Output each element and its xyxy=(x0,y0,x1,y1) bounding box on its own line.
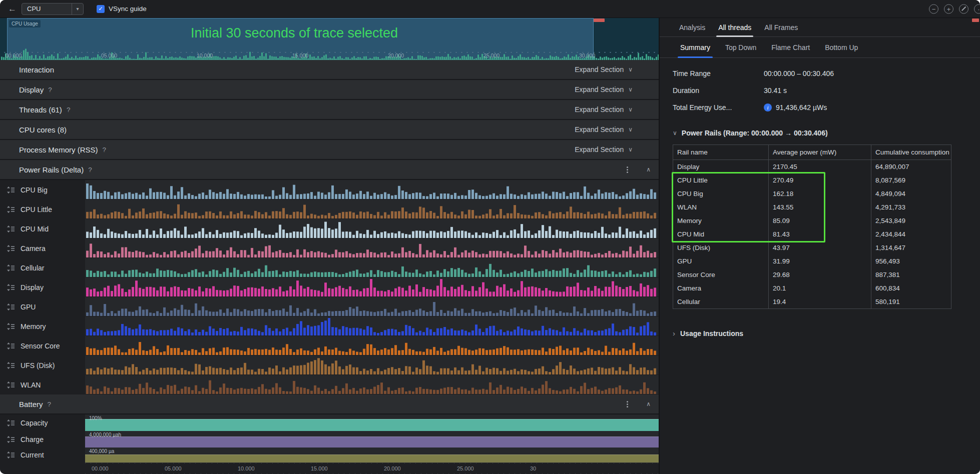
expand-section-label: Expand Section xyxy=(575,66,624,74)
info-icon[interactable]: i xyxy=(764,104,772,112)
section-label: Power Rails (Delta) xyxy=(19,166,84,174)
summary-label: Total Energy Use... xyxy=(673,104,764,112)
section-power-rails-delta[interactable]: Power Rails (Delta) ? ∧ xyxy=(0,160,659,180)
power-rail-track-sensor-core: Sensor Core xyxy=(0,336,659,356)
process-selector-dropdown[interactable]: CPU ▾ xyxy=(22,3,84,15)
column-header-cumulative-consumption[interactable]: Cumulative consumption xyxy=(871,145,951,160)
track-chart[interactable] xyxy=(85,336,659,356)
cell: 4,849,094 xyxy=(871,187,951,200)
cell: UFS (Disk) xyxy=(673,241,768,254)
zoom-out-icon[interactable]: − xyxy=(929,4,938,14)
kebab-menu-icon[interactable] xyxy=(627,169,628,170)
track-label-cell[interactable]: Capacity xyxy=(0,414,85,431)
track-chart[interactable] xyxy=(85,200,659,219)
track-chart[interactable] xyxy=(85,375,659,394)
track-label-cell[interactable]: CPU Big xyxy=(0,180,85,200)
help-icon[interactable]: ? xyxy=(48,400,52,408)
track-name: Capacity xyxy=(21,419,48,427)
checkbox-checked-icon[interactable]: ✓ xyxy=(97,5,105,13)
section-label: Process Memory (RSS) xyxy=(19,146,98,154)
section-battery[interactable]: Battery ? ∧ xyxy=(0,394,659,414)
tab-analysis[interactable]: Analysis xyxy=(673,18,712,36)
section-process-memory-rss[interactable]: Process Memory (RSS) ? Expand Section ∨ xyxy=(0,140,659,160)
rail-row-sensor-core[interactable]: Sensor Core29.68887,381 xyxy=(673,268,951,282)
track-label-cell[interactable]: CPU Mid xyxy=(0,219,85,238)
track-label-cell[interactable]: Charge xyxy=(0,431,85,448)
track-label-cell[interactable]: WLAN xyxy=(0,375,85,394)
expand-section-button[interactable]: Expand Section ∨ xyxy=(575,126,633,134)
expand-section-button[interactable]: Expand Section ∨ xyxy=(575,106,633,114)
vsync-guide-toggle[interactable]: ✓ VSync guide xyxy=(97,5,147,13)
track-chart[interactable]: 4,000,000 µah xyxy=(85,431,659,448)
subtab-flame-chart[interactable]: Flame Chart xyxy=(764,37,817,58)
cell: Display xyxy=(673,160,768,174)
cell: 31.99 xyxy=(768,254,871,268)
subtab-bottom-up[interactable]: Bottom Up xyxy=(817,37,865,58)
track-label-cell[interactable]: CPU Little xyxy=(0,200,85,219)
rail-row-cellular[interactable]: Cellular19.4580,191 xyxy=(673,295,951,308)
tab-all-frames[interactable]: All Frames xyxy=(758,18,804,36)
frame-selection-icon[interactable]: · xyxy=(974,4,980,14)
section-cpu-cores-8[interactable]: CPU cores (8) ? Expand Section ∨ xyxy=(0,120,659,140)
section-interaction[interactable]: Interaction ? Expand Section ∨ xyxy=(0,60,659,80)
track-chart[interactable] xyxy=(85,356,659,375)
subtab-summary[interactable]: Summary xyxy=(673,37,718,58)
zoom-reset-icon[interactable] xyxy=(959,4,968,14)
rail-row-cpu-little[interactable]: CPU Little270.498,087,569 xyxy=(673,174,951,187)
rail-row-cpu-mid[interactable]: CPU Mid81.432,434,844 xyxy=(673,228,951,241)
help-icon[interactable]: ? xyxy=(103,146,107,154)
back-arrow-icon[interactable]: ← xyxy=(8,4,17,14)
rail-row-display[interactable]: Display2170.4564,890,007 xyxy=(673,160,951,174)
help-icon[interactable]: ? xyxy=(67,106,71,114)
track-label-cell[interactable]: GPU xyxy=(0,297,85,316)
track-chart[interactable]: 400,000 µa xyxy=(85,448,659,462)
cell: GPU xyxy=(673,254,768,268)
chevron-up-icon[interactable]: ∧ xyxy=(646,166,651,173)
subtab-top-down[interactable]: Top Down xyxy=(718,37,764,58)
track-chart[interactable] xyxy=(85,316,659,336)
track-chart[interactable] xyxy=(85,238,659,258)
track-chart[interactable]: 100% xyxy=(85,414,659,431)
help-icon[interactable]: ? xyxy=(88,166,92,174)
track-label-cell[interactable]: Memory xyxy=(0,316,85,336)
usage-instructions-link[interactable]: › Usage Instructions xyxy=(673,329,980,338)
section-threads-61[interactable]: Threads (61) ? Expand Section ∨ xyxy=(0,100,659,120)
expand-section-button[interactable]: Expand Section ∨ xyxy=(575,146,633,154)
column-header-rail-name[interactable]: Rail name xyxy=(673,145,768,160)
rail-row-wlan[interactable]: WLAN143.554,291,733 xyxy=(673,200,951,214)
help-icon[interactable]: ? xyxy=(48,86,52,94)
track-label-cell[interactable]: Cellular xyxy=(0,258,85,278)
cpu-usage-track[interactable]: CPU Usage Initial 30 seconds of trace se… xyxy=(0,18,659,60)
track-chart[interactable] xyxy=(85,278,659,297)
expand-section-button[interactable]: Expand Section ∨ xyxy=(575,86,633,94)
power-rails-range-header[interactable]: ∨ Power Rails (Range: 00:00.000 → 00:30.… xyxy=(673,129,980,137)
section-display[interactable]: Display ? Expand Section ∨ xyxy=(0,80,659,100)
cell: 81.43 xyxy=(768,228,871,241)
rail-row-gpu[interactable]: GPU31.99956,493 xyxy=(673,254,951,268)
track-chart[interactable] xyxy=(85,180,659,200)
track-handle-icon xyxy=(7,304,15,310)
track-handle-icon xyxy=(7,206,15,213)
track-label-cell[interactable]: Camera xyxy=(0,238,85,258)
track-chart[interactable] xyxy=(85,219,659,238)
track-chart[interactable] xyxy=(85,297,659,316)
track-label-cell[interactable]: UFS (Disk) xyxy=(0,356,85,375)
rail-row-cpu-big[interactable]: CPU Big162.184,849,094 xyxy=(673,187,951,200)
expand-section-button[interactable]: Expand Section ∨ xyxy=(575,66,633,74)
track-chart[interactable] xyxy=(85,258,659,278)
tick-label: 30.000 xyxy=(578,52,597,58)
cell: Camera xyxy=(673,282,768,295)
rail-row-ufs-disk[interactable]: UFS (Disk)43.971,314,647 xyxy=(673,241,951,254)
rail-row-camera[interactable]: Camera20.1600,834 xyxy=(673,282,951,295)
kebab-menu-icon[interactable] xyxy=(627,404,628,405)
column-header-average-power-mw[interactable]: Average power (mW) xyxy=(768,145,871,160)
tab-all-threads[interactable]: All threads xyxy=(712,18,758,36)
track-label-cell[interactable]: Display xyxy=(0,278,85,297)
zoom-in-icon[interactable]: + xyxy=(944,4,953,14)
track-label-cell[interactable]: Sensor Core xyxy=(0,336,85,356)
tick-label: 05.000 xyxy=(100,52,119,58)
rail-row-memory[interactable]: Memory85.092,543,849 xyxy=(673,214,951,228)
summary-value: 30.41 s xyxy=(764,86,787,94)
track-label-cell[interactable]: Current xyxy=(0,448,85,462)
chevron-up-icon[interactable]: ∧ xyxy=(646,400,651,408)
